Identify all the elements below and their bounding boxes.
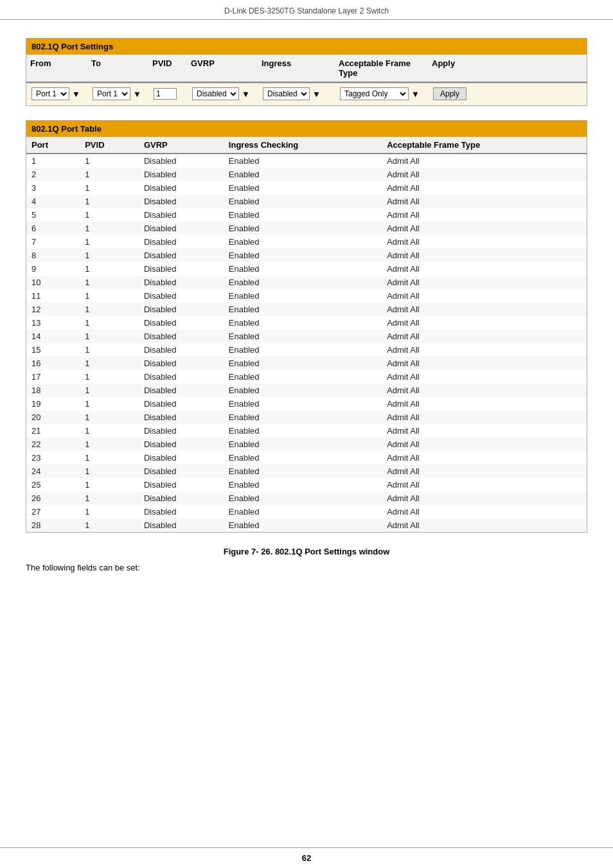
col-header-from: From xyxy=(26,55,87,82)
pvid-input[interactable] xyxy=(154,88,177,100)
table-row: 141DisabledEnabledAdmit All xyxy=(26,330,587,343)
gvrp-select[interactable]: Disabled Enabled xyxy=(192,87,239,100)
cell-port: 22 xyxy=(26,438,80,451)
cell-gvrp: Disabled xyxy=(139,330,224,343)
header-title: D-Link DES-3250TG Standalone Layer 2 Swi… xyxy=(224,6,389,15)
cell-aft: Admit All xyxy=(382,411,587,424)
table-row: 191DisabledEnabledAdmit All xyxy=(26,397,587,411)
cell-aft: Admit All xyxy=(382,289,587,303)
cell-aft: Admit All xyxy=(382,343,587,357)
cell-ingress: Enabled xyxy=(224,411,382,424)
cell-gvrp: Disabled xyxy=(139,249,224,262)
cell-port: 1 xyxy=(26,154,80,168)
table-row: 261DisabledEnabledAdmit All xyxy=(26,492,587,505)
cell-gvrp: Disabled xyxy=(139,195,224,208)
cell-aft: Admit All xyxy=(382,451,587,465)
cell-port: 4 xyxy=(26,195,80,208)
cell-gvrp: Disabled xyxy=(139,154,224,168)
table-row: 251DisabledEnabledAdmit All xyxy=(26,478,587,492)
cell-port: 16 xyxy=(26,357,80,370)
to-select[interactable]: Port 1 Port 2 Port 3 xyxy=(93,87,130,100)
port-table-header: 802.1Q Port Table xyxy=(26,121,587,137)
from-select[interactable]: Port 1 Port 2 Port 3 xyxy=(31,87,69,100)
cell-pvid: 1 xyxy=(80,465,139,478)
table-row: 181DisabledEnabledAdmit All xyxy=(26,384,587,397)
cell-pvid: 1 xyxy=(80,249,139,262)
table-row: 41DisabledEnabledAdmit All xyxy=(26,195,587,208)
cell-ingress: Enabled xyxy=(224,465,382,478)
cell-aft: Admit All xyxy=(382,330,587,343)
table-row: 61DisabledEnabledAdmit All xyxy=(26,222,587,235)
cell-aft: Admit All xyxy=(382,303,587,316)
cell-gvrp: Disabled xyxy=(139,235,224,249)
cell-aft: Admit All xyxy=(382,195,587,208)
cell-gvrp: Disabled xyxy=(139,478,224,492)
cell-gvrp: Disabled xyxy=(139,518,224,532)
cell-aft: Admit All xyxy=(382,208,587,222)
ingress-select[interactable]: Disabled Enabled xyxy=(263,87,310,100)
cell-gvrp: Disabled xyxy=(139,343,224,357)
cell-pvid: 1 xyxy=(80,478,139,492)
cell-gvrp: Disabled xyxy=(139,289,224,303)
port-table: Port PVID GVRP Ingress Checking Acceptab… xyxy=(26,137,587,532)
table-row: 231DisabledEnabledAdmit All xyxy=(26,451,587,465)
cell-pvid: 1 xyxy=(80,384,139,397)
cell-pvid: 1 xyxy=(80,424,139,438)
table-header-row: Port PVID GVRP Ingress Checking Acceptab… xyxy=(26,137,587,154)
table-row: 171DisabledEnabledAdmit All xyxy=(26,370,587,384)
table-row: 161DisabledEnabledAdmit All xyxy=(26,357,587,370)
cell-gvrp: Disabled xyxy=(139,303,224,316)
cell-pvid: 1 xyxy=(80,518,139,532)
cell-port: 7 xyxy=(26,235,80,249)
ingress-cell: Disabled Enabled ▼ xyxy=(260,86,337,102)
cell-pvid: 1 xyxy=(80,451,139,465)
cell-pvid: 1 xyxy=(80,195,139,208)
table-row: 271DisabledEnabledAdmit All xyxy=(26,505,587,518)
cell-pvid: 1 xyxy=(80,397,139,411)
cell-port: 6 xyxy=(26,222,80,235)
aft-select[interactable]: Tagged Only Untagged Only Admit All xyxy=(340,87,409,100)
cell-gvrp: Disabled xyxy=(139,492,224,505)
th-gvrp: GVRP xyxy=(139,137,224,154)
cell-ingress: Enabled xyxy=(224,370,382,384)
cell-gvrp: Disabled xyxy=(139,316,224,330)
cell-port: 26 xyxy=(26,492,80,505)
cell-port: 25 xyxy=(26,478,80,492)
cell-pvid: 1 xyxy=(80,154,139,168)
cell-ingress: Enabled xyxy=(224,168,382,181)
cell-port: 12 xyxy=(26,303,80,316)
apply-button[interactable]: Apply xyxy=(433,87,466,100)
col-header-aft: Acceptable Frame Type xyxy=(335,55,428,82)
cell-aft: Admit All xyxy=(382,181,587,195)
cell-port: 9 xyxy=(26,262,80,276)
aft-cell: Tagged Only Untagged Only Admit All ▼ xyxy=(337,86,431,102)
gvrp-cell: Disabled Enabled ▼ xyxy=(190,86,260,102)
cell-gvrp: Disabled xyxy=(139,357,224,370)
cell-gvrp: Disabled xyxy=(139,424,224,438)
cell-port: 15 xyxy=(26,343,80,357)
figure-caption: Figure 7- 26. 802.1Q Port Settings windo… xyxy=(26,547,587,556)
cell-ingress: Enabled xyxy=(224,235,382,249)
cell-port: 10 xyxy=(26,276,80,289)
cell-ingress: Enabled xyxy=(224,438,382,451)
cell-port: 20 xyxy=(26,411,80,424)
cell-aft: Admit All xyxy=(382,249,587,262)
pvid-cell xyxy=(151,87,190,101)
th-pvid: PVID xyxy=(80,137,139,154)
cell-aft: Admit All xyxy=(382,438,587,451)
col-header-pvid: PVID xyxy=(148,55,187,82)
table-row: 11DisabledEnabledAdmit All xyxy=(26,154,587,168)
cell-gvrp: Disabled xyxy=(139,438,224,451)
cell-gvrp: Disabled xyxy=(139,451,224,465)
settings-input-row: Port 1 Port 2 Port 3 ▼ Port 1 Port 2 Por… xyxy=(26,83,587,105)
cell-ingress: Enabled xyxy=(224,478,382,492)
th-ingress: Ingress Checking xyxy=(224,137,382,154)
cell-pvid: 1 xyxy=(80,330,139,343)
cell-pvid: 1 xyxy=(80,235,139,249)
cell-ingress: Enabled xyxy=(224,384,382,397)
cell-gvrp: Disabled xyxy=(139,181,224,195)
cell-port: 19 xyxy=(26,397,80,411)
to-cell: Port 1 Port 2 Port 3 ▼ xyxy=(90,86,151,102)
table-row: 121DisabledEnabledAdmit All xyxy=(26,303,587,316)
cell-gvrp: Disabled xyxy=(139,168,224,181)
